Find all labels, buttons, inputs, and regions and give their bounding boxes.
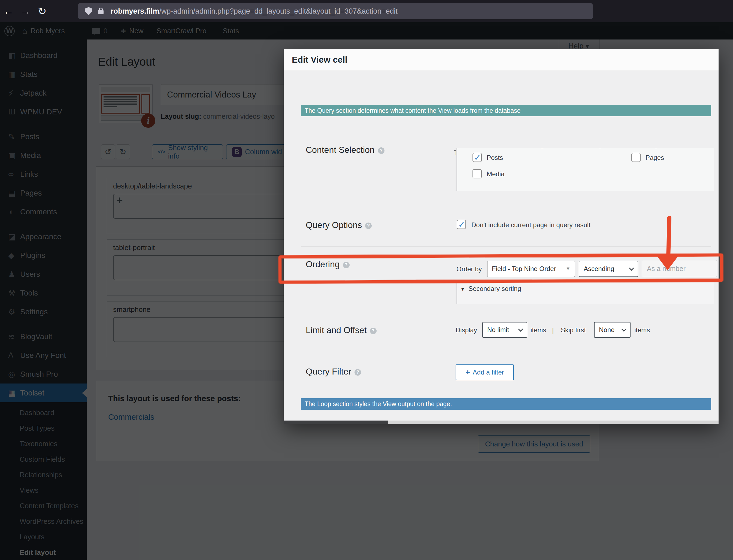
screenshot-root: ← → ↻ robmyers.film /wp-admin/admin.php?… bbox=[0, 0, 733, 560]
help-circle-icon[interactable]: ? bbox=[365, 223, 372, 229]
checkbox-media-label[interactable]: Media bbox=[487, 170, 504, 178]
shield-icon[interactable] bbox=[85, 7, 92, 15]
checkbox-posts-label[interactable]: Posts bbox=[487, 154, 503, 162]
edit-view-cell-dialog: Edit View cell The Query section determi… bbox=[284, 49, 719, 424]
display-count-label: Display bbox=[456, 326, 477, 334]
url-bar[interactable]: robmyers.film /wp-admin/admin.php?page=d… bbox=[78, 3, 593, 19]
checkbox-pages[interactable] bbox=[631, 153, 641, 162]
exclude-current-page-label[interactable]: Don't include current page in query resu… bbox=[472, 221, 591, 229]
content-selection-heading: Content Selection? bbox=[306, 145, 385, 155]
add-filter-button[interactable]: + Add a filter bbox=[456, 364, 514, 380]
browser-reload-button[interactable]: ↻ bbox=[34, 5, 51, 17]
triangle-down-icon: ▾ bbox=[461, 286, 464, 292]
dialog-title: Edit View cell bbox=[292, 55, 347, 65]
help-circle-icon[interactable]: ? bbox=[370, 328, 377, 334]
checkbox-pages-label[interactable]: Pages bbox=[646, 154, 664, 162]
offset-select[interactable]: None bbox=[594, 322, 631, 338]
annotation-arrow-head-icon bbox=[656, 255, 679, 270]
section-divider bbox=[301, 246, 711, 247]
lock-icon bbox=[98, 10, 103, 14]
url-path: /wp-admin/admin.php?page=dd_layouts_edit… bbox=[159, 7, 398, 16]
help-circle-icon[interactable]: ? bbox=[378, 147, 385, 154]
query-options-heading: Query Options? bbox=[306, 220, 372, 230]
post-types-panel: Posts Pages Media bbox=[456, 148, 714, 191]
items-label-2: items bbox=[634, 326, 650, 334]
plus-icon: + bbox=[466, 368, 470, 377]
separator-pipe: | bbox=[552, 326, 554, 334]
scrollbar-thumb[interactable] bbox=[284, 421, 388, 424]
secondary-sorting-toggle[interactable]: ▾ Secondary sorting bbox=[461, 285, 521, 293]
browser-back-button[interactable]: ← bbox=[0, 5, 17, 17]
checkbox-media[interactable] bbox=[473, 169, 482, 178]
dialog-horizontal-scrollbar[interactable] bbox=[284, 421, 719, 424]
chevron-down-icon bbox=[621, 327, 626, 331]
help-circle-icon[interactable]: ? bbox=[354, 369, 361, 376]
limit-select[interactable]: No limit bbox=[482, 322, 527, 338]
dialog-header: Edit View cell bbox=[284, 49, 719, 71]
skip-first-label: Skip first bbox=[561, 326, 586, 334]
chevron-down-icon bbox=[518, 327, 523, 331]
browser-chrome: ← → ↻ robmyers.film /wp-admin/admin.php?… bbox=[0, 0, 733, 22]
checkbox-posts[interactable] bbox=[473, 153, 482, 162]
checkbox-exclude-current-page[interactable] bbox=[457, 220, 466, 229]
url-domain: robmyers.film bbox=[111, 7, 159, 16]
loop-section-banner: The Loop section styles the View output … bbox=[301, 398, 711, 410]
limit-offset-heading: Limit and Offset? bbox=[306, 325, 377, 335]
items-label: items bbox=[531, 326, 546, 334]
browser-forward-button[interactable]: → bbox=[17, 5, 34, 17]
query-section-banner: The Query section determines what conten… bbox=[301, 105, 711, 116]
query-filter-heading: Query Filter? bbox=[306, 367, 361, 377]
